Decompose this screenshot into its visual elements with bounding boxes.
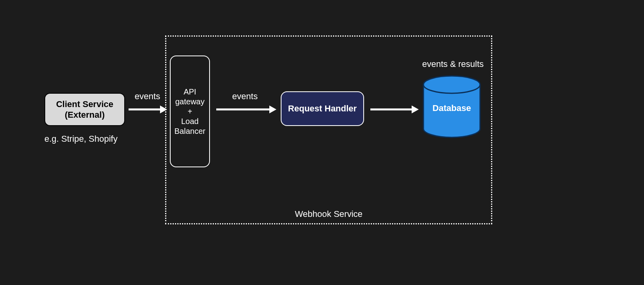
arrow-right-icon: [215, 105, 276, 114]
arrow-client-to-gateway: [128, 105, 167, 114]
database-caption: events & results: [410, 59, 496, 69]
arrow-1-label: events: [130, 91, 165, 102]
database-cylinder: Database: [423, 75, 481, 138]
arrow-2-label: events: [227, 91, 263, 102]
svg-marker-6: [412, 105, 419, 113]
database-title: Database: [432, 103, 471, 113]
arrow-right-icon: [370, 105, 419, 114]
webhook-service-label: Webhook Service: [295, 209, 362, 219]
arrow-right-icon: [128, 105, 167, 114]
request-handler-box: Request Handler: [281, 91, 364, 126]
client-service-title: Client Service (External): [56, 99, 114, 120]
svg-marker-4: [269, 105, 276, 113]
client-service-box: Client Service (External): [44, 93, 125, 126]
svg-marker-2: [160, 105, 167, 113]
api-gateway-box: API gateway + Load Balancer: [170, 56, 210, 167]
arrow-handler-to-database: [370, 105, 419, 114]
api-gateway-title: API gateway + Load Balancer: [173, 87, 207, 136]
client-service-subtitle: e.g. Stripe, Shopify: [44, 134, 131, 144]
arrow-gateway-to-handler: [215, 105, 276, 114]
request-handler-title: Request Handler: [288, 104, 357, 114]
